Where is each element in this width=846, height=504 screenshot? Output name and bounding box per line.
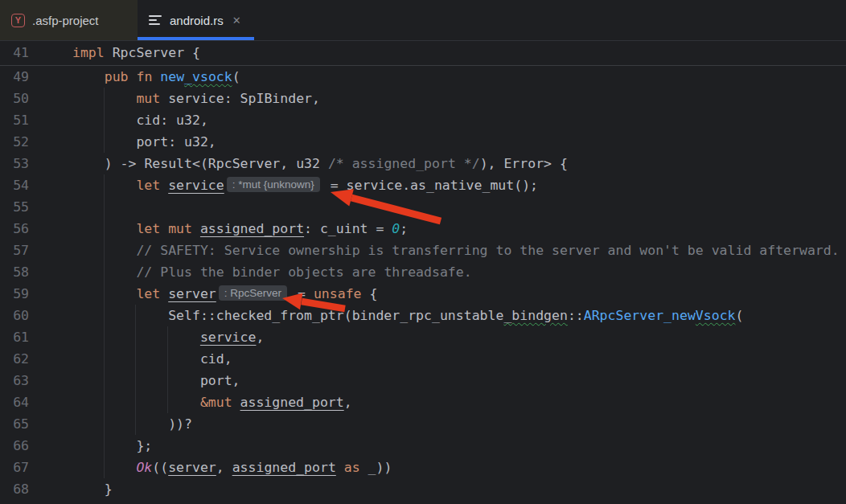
code-text: ) -> Result<(RpcServer, u32 /* assigned_… (72, 153, 568, 174)
close-icon[interactable]: ✕ (231, 14, 243, 27)
code-line-content[interactable] (72, 196, 846, 218)
code-text: let mut assigned_port: c_uint = 0; (72, 218, 408, 240)
line-number[interactable]: 55 (0, 196, 72, 218)
code-line-content[interactable]: impl RpcServer { (72, 41, 846, 65)
code-token: _vsock (184, 69, 232, 84)
code-line[interactable]: 51cid: u32, (0, 109, 846, 131)
code-token: /* assigned_port */ (328, 156, 480, 171)
code-line[interactable]: 65))? (0, 413, 846, 435)
code-token: let (136, 178, 168, 193)
code-text: cid: u32, (72, 109, 208, 131)
line-number[interactable]: 54 (0, 174, 72, 196)
code-line[interactable]: 61service, (0, 326, 846, 348)
code-token: = service.as_native_mut(); (322, 178, 538, 193)
line-number[interactable]: 62 (0, 348, 72, 370)
code-text: pub fn new_vsock( (72, 66, 240, 88)
line-number[interactable]: 41 (0, 41, 72, 65)
line-number[interactable]: 63 (0, 370, 72, 391)
code-line[interactable]: 50mut service: SpIBinder, (0, 88, 846, 109)
code-line-content[interactable]: port: u32, (72, 131, 846, 153)
code-line-content[interactable]: // SAFETY: Service ownership is transfer… (72, 240, 846, 261)
code-line[interactable]: 68} (0, 478, 846, 500)
code-line[interactable]: 55 (0, 196, 846, 218)
code-text: Self::checked_from_ptr(binder_rpc_unstab… (72, 305, 743, 326)
line-number[interactable]: 56 (0, 218, 72, 240)
line-number[interactable]: 51 (0, 109, 72, 131)
code-line-content[interactable]: } (72, 478, 846, 500)
project-tab[interactable]: Y .asfp-project (0, 0, 138, 40)
line-number[interactable]: 60 (0, 305, 72, 326)
code-text: impl RpcServer { (72, 41, 200, 65)
code-lines[interactable]: 49pub fn new_vsock(50mut service: SpIBin… (0, 66, 846, 500)
tab-android-rs[interactable]: android.rs ✕ (138, 0, 254, 40)
line-number[interactable]: 64 (0, 391, 72, 413)
code-token: (( (152, 460, 168, 475)
code-line[interactable]: 63port, (0, 370, 846, 391)
code-line[interactable]: 64&mut assigned_port, (0, 391, 846, 413)
code-token: _)) (368, 460, 392, 475)
code-line-content[interactable]: service, (72, 326, 846, 348)
code-token: // Plus the binder objects are threadsaf… (136, 264, 471, 280)
code-line[interactable]: 59let server: RpcServer = unsafe { (0, 283, 846, 305)
line-number[interactable]: 61 (0, 326, 72, 348)
line-number[interactable]: 68 (0, 478, 72, 500)
line-number[interactable]: 59 (0, 283, 72, 305)
code-line-content[interactable]: // Plus the binder objects are threadsaf… (72, 261, 846, 283)
code-line[interactable]: 52port: u32, (0, 131, 846, 153)
code-token: // SAFETY: Service ownership is transfer… (136, 243, 839, 258)
line-number[interactable]: 65 (0, 413, 72, 435)
code-line-content[interactable]: let mut assigned_port: c_uint = 0; (72, 218, 846, 240)
code-line[interactable]: 66}; (0, 435, 846, 457)
line-number[interactable]: 53 (0, 153, 72, 174)
code-token: { (362, 286, 378, 301)
code-token: ARpcServer_new (584, 308, 696, 323)
code-token: unsafe (314, 286, 362, 301)
code-line[interactable]: 60Self::checked_from_ptr(binder_rpc_unst… (0, 305, 846, 326)
code-token: assigned_port (232, 460, 336, 475)
code-line-content[interactable]: &mut assigned_port, (72, 391, 846, 413)
code-line-content[interactable]: pub fn new_vsock( (72, 66, 846, 88)
line-number[interactable]: 58 (0, 261, 72, 283)
code-text: // Plus the binder objects are threadsaf… (72, 261, 472, 283)
code-token: impl (72, 45, 105, 60)
code-line[interactable]: 57// SAFETY: Service ownership is transf… (0, 240, 846, 261)
line-number[interactable]: 57 (0, 240, 72, 261)
code-line[interactable]: 62cid, (0, 348, 846, 370)
code-text: service, (72, 326, 264, 348)
code-line-content[interactable]: cid, (72, 348, 846, 370)
line-number[interactable]: 66 (0, 435, 72, 457)
sticky-header-line[interactable]: 41impl RpcServer { (0, 41, 846, 66)
inlay-type-hint: : *mut {unknown} (227, 177, 320, 192)
code-line[interactable]: 67Ok((server, assigned_port as _)) (0, 457, 846, 478)
code-line-content[interactable]: ))? (72, 413, 846, 435)
code-line[interactable]: 58// Plus the binder objects are threads… (0, 261, 846, 283)
code-line-content[interactable]: let service: *mut {unknown} = service.as… (72, 174, 846, 196)
code-text: port: u32, (72, 131, 216, 153)
code-token: let mut (136, 221, 199, 236)
code-editor[interactable]: 41impl RpcServer { 49pub fn new_vsock(50… (0, 40, 846, 500)
line-number[interactable]: 67 (0, 457, 72, 478)
line-number[interactable]: 50 (0, 88, 72, 109)
code-token: server (168, 286, 216, 301)
code-line-content[interactable]: mut service: SpIBinder, (72, 88, 846, 109)
code-text: ))? (72, 413, 192, 435)
code-line[interactable]: 54let service: *mut {unknown} = service.… (0, 174, 846, 196)
code-line-content[interactable]: cid: u32, (72, 109, 846, 131)
code-token: _bindgen (503, 308, 567, 323)
code-line[interactable]: 41impl RpcServer { (0, 41, 846, 65)
line-number[interactable]: 52 (0, 131, 72, 153)
code-token: cid, (200, 351, 232, 367)
code-line-content[interactable]: }; (72, 435, 846, 457)
code-line-content[interactable]: ) -> Result<(RpcServer, u32 /* assigned_… (72, 153, 846, 174)
code-line-content[interactable]: Self::checked_from_ptr(binder_rpc_unstab… (72, 305, 846, 326)
tab-bar: Y .asfp-project android.rs ✕ (0, 0, 846, 40)
code-text: let service: *mut {unknown} = service.as… (72, 174, 538, 196)
code-line-content[interactable]: Ok((server, assigned_port as _)) (72, 457, 846, 478)
code-line-content[interactable]: port, (72, 370, 846, 391)
code-line[interactable]: 56let mut assigned_port: c_uint = 0; (0, 218, 846, 240)
project-icon: Y (11, 14, 25, 27)
code-line[interactable]: 49pub fn new_vsock( (0, 66, 846, 88)
line-number[interactable]: 49 (0, 66, 72, 88)
code-line[interactable]: 53) -> Result<(RpcServer, u32 /* assigne… (0, 153, 846, 174)
code-line-content[interactable]: let server: RpcServer = unsafe { (72, 283, 846, 305)
